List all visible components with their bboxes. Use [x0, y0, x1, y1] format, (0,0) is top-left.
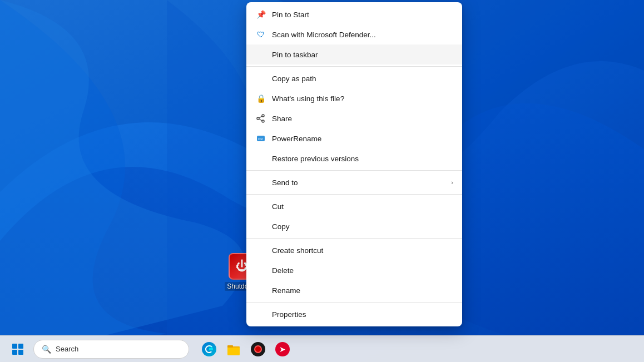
separator-5 [246, 302, 462, 303]
taskbar: 🔍 Search [0, 335, 644, 362]
copy-path-icon [255, 73, 266, 84]
svg-line-5 [259, 119, 262, 121]
menu-item-send-to[interactable]: Send to › [246, 172, 462, 192]
search-text: Search [56, 345, 78, 353]
menu-item-rename[interactable]: Rename [246, 280, 462, 300]
menu-label-properties: Properties [272, 310, 453, 319]
svg-rect-10 [227, 346, 240, 348]
defender-icon: 🛡 [255, 29, 266, 40]
menu-item-copy[interactable]: Copy [246, 216, 462, 236]
shortcut-icon [255, 245, 266, 256]
taskbar-icon-file-explorer[interactable] [222, 338, 245, 360]
paw-icon: ➤ [275, 342, 290, 356]
windows-logo [12, 344, 23, 355]
menu-item-share[interactable]: Share [246, 108, 462, 128]
start-button[interactable] [4, 336, 31, 363]
svg-point-2 [257, 117, 259, 120]
svg-point-3 [262, 120, 264, 122]
edge-icon [202, 342, 216, 356]
context-menu: 📌 Pin to Start 🛡 Scan with Microsoft Def… [246, 2, 462, 326]
menu-label-delete: Delete [272, 266, 453, 275]
delete-icon [255, 265, 266, 276]
search-icon: 🔍 [42, 345, 51, 354]
menu-label-pin-to-taskbar: Pin to taskbar [272, 51, 453, 59]
svg-text:PR: PR [258, 137, 263, 141]
menu-label-share: Share [272, 115, 453, 123]
taskbar-icon-edge[interactable] [198, 338, 220, 360]
menu-label-copy-as-path: Copy as path [272, 75, 453, 83]
cut-icon [255, 201, 266, 212]
pin-icon: 📌 [255, 9, 266, 20]
menu-label-pin-to-start: Pin to Start [272, 11, 453, 19]
menu-item-copy-as-path[interactable]: Copy as path [246, 68, 462, 88]
menu-label-send-to: Send to [272, 178, 445, 187]
power-rename-icon: PR [255, 133, 266, 144]
separator-4 [246, 238, 462, 239]
lock-icon: 🔒 [255, 93, 266, 104]
rdm-icon [251, 342, 265, 356]
copy-icon [255, 221, 266, 232]
menu-item-properties[interactable]: Properties [246, 304, 462, 324]
send-to-icon [255, 177, 266, 188]
search-bar[interactable]: 🔍 Search [33, 340, 189, 359]
desktop: ✓ Shutdown 📌 Pin to Start 🛡 Scan with Mi… [0, 0, 644, 362]
menu-item-whats-using[interactable]: 🔒 What's using this file? [246, 88, 462, 108]
taskbar-pin-icon [255, 49, 266, 60]
properties-icon [255, 309, 266, 320]
file-explorer-icon [226, 342, 241, 356]
menu-label-cut: Cut [272, 202, 453, 211]
separator-1 [246, 66, 462, 67]
rename-icon [255, 285, 266, 296]
menu-item-restore-previous[interactable]: Restore previous versions [246, 148, 462, 168]
menu-item-power-rename[interactable]: PR PowerRename [246, 128, 462, 148]
menu-label-rename: Rename [272, 286, 453, 295]
restore-icon [255, 153, 266, 164]
menu-item-scan-defender[interactable]: 🛡 Scan with Microsoft Defender... [246, 24, 462, 44]
menu-label-copy: Copy [272, 222, 453, 231]
send-to-arrow: › [451, 179, 453, 186]
menu-label-restore-previous: Restore previous versions [272, 155, 453, 163]
taskbar-icon-paw[interactable]: ➤ [271, 338, 294, 360]
menu-label-scan-defender: Scan with Microsoft Defender... [272, 31, 453, 39]
menu-label-power-rename: PowerRename [272, 135, 453, 143]
menu-label-create-shortcut: Create shortcut [272, 246, 453, 255]
taskbar-icons: ➤ [198, 338, 294, 360]
menu-item-pin-to-start[interactable]: 📌 Pin to Start [246, 4, 462, 24]
separator-3 [246, 194, 462, 195]
menu-item-create-shortcut[interactable]: Create shortcut [246, 240, 462, 260]
svg-point-1 [262, 115, 264, 117]
separator-2 [246, 170, 462, 171]
taskbar-icon-rdm[interactable] [247, 338, 269, 360]
menu-item-cut[interactable]: Cut [246, 196, 462, 216]
share-icon [255, 113, 266, 124]
svg-line-4 [259, 116, 262, 118]
menu-item-delete[interactable]: Delete [246, 260, 462, 280]
menu-item-pin-to-taskbar[interactable]: Pin to taskbar [246, 44, 462, 65]
menu-label-whats-using: What's using this file? [272, 95, 453, 103]
